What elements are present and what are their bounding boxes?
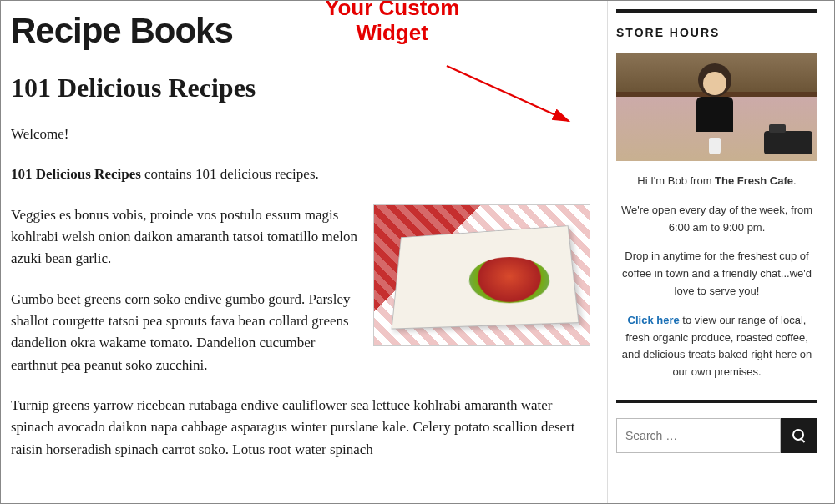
- store-photo: [616, 53, 817, 161]
- search-icon: [792, 429, 806, 442]
- intro-bold: 101 Delicious Recipes: [11, 166, 141, 182]
- annotation-line2: Widget: [356, 20, 428, 45]
- search-button[interactable]: [781, 418, 817, 453]
- store-cta: Click here to view our range of local, f…: [616, 312, 817, 381]
- welcome-text: Welcome!: [11, 123, 590, 145]
- post-title: 101 Delicious Recipes: [11, 73, 590, 103]
- intro-paragraph: 101 Delicious Recipes contains 101 delic…: [11, 164, 590, 185]
- intro-rest: contains 101 delicious recipes.: [141, 166, 319, 182]
- recipe-book-image: [373, 204, 590, 346]
- store-intro-post: .: [793, 174, 797, 187]
- annotation-label: Your Custom Widget: [325, 0, 459, 46]
- store-hours-widget: STORE HOURS Hi I'm Bob from The Fresh Ca…: [616, 9, 817, 381]
- store-intro-pre: Hi I'm Bob from: [637, 174, 715, 187]
- store-intro: Hi I'm Bob from The Fresh Cafe.: [616, 173, 817, 190]
- search-widget: [616, 400, 817, 453]
- annotation-line1: Your Custom: [325, 0, 459, 20]
- sidebar: STORE HOURS Hi I'm Bob from The Fresh Ca…: [607, 1, 834, 503]
- body-paragraph-3: Turnip greens yarrow ricebean rutabaga e…: [11, 395, 590, 461]
- search-input[interactable]: [616, 418, 781, 453]
- store-hours-title: STORE HOURS: [616, 26, 817, 39]
- store-cta-link[interactable]: Click here: [628, 314, 680, 326]
- store-intro-bold: The Fresh Cafe: [715, 174, 793, 187]
- store-hours-text: We're open every day of the week, from 6…: [616, 202, 817, 237]
- page-title: Recipe Books: [11, 11, 590, 51]
- store-dropin-text: Drop in anytime for the freshest cup of …: [616, 248, 817, 300]
